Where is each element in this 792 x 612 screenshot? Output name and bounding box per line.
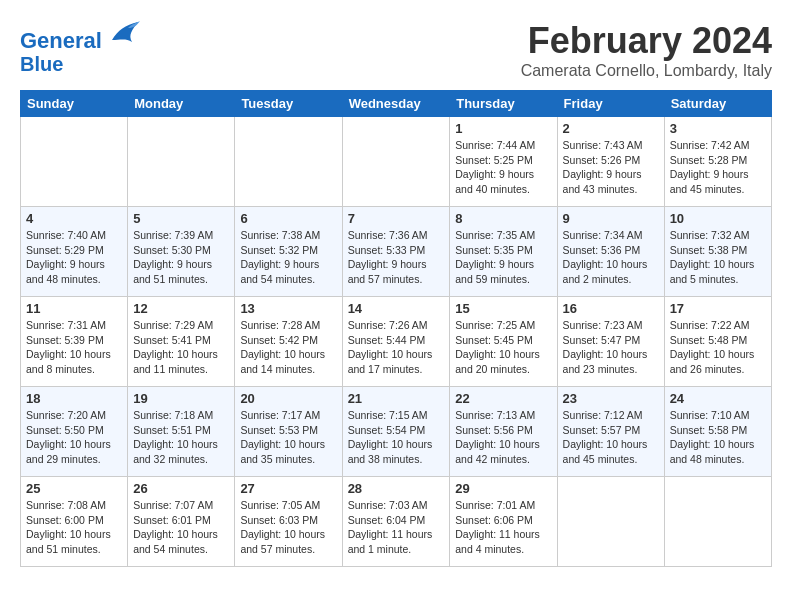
calendar-cell: 8Sunrise: 7:35 AM Sunset: 5:35 PM Daylig…: [450, 207, 557, 297]
day-number: 21: [348, 391, 445, 406]
calendar-cell: 26Sunrise: 7:07 AM Sunset: 6:01 PM Dayli…: [128, 477, 235, 567]
day-info: Sunrise: 7:23 AM Sunset: 5:47 PM Dayligh…: [563, 318, 659, 377]
month-title: February 2024: [521, 20, 772, 62]
day-number: 28: [348, 481, 445, 496]
calendar-cell: 21Sunrise: 7:15 AM Sunset: 5:54 PM Dayli…: [342, 387, 450, 477]
logo-text2: Blue: [20, 53, 140, 75]
calendar-table: SundayMondayTuesdayWednesdayThursdayFrid…: [20, 90, 772, 567]
calendar-cell: 5Sunrise: 7:39 AM Sunset: 5:30 PM Daylig…: [128, 207, 235, 297]
calendar-cell: 28Sunrise: 7:03 AM Sunset: 6:04 PM Dayli…: [342, 477, 450, 567]
day-number: 23: [563, 391, 659, 406]
calendar-cell: 19Sunrise: 7:18 AM Sunset: 5:51 PM Dayli…: [128, 387, 235, 477]
calendar-cell: [664, 477, 771, 567]
day-info: Sunrise: 7:03 AM Sunset: 6:04 PM Dayligh…: [348, 498, 445, 557]
day-info: Sunrise: 7:01 AM Sunset: 6:06 PM Dayligh…: [455, 498, 551, 557]
weekday-header-tuesday: Tuesday: [235, 91, 342, 117]
week-row-1: 1Sunrise: 7:44 AM Sunset: 5:25 PM Daylig…: [21, 117, 772, 207]
calendar-cell: 15Sunrise: 7:25 AM Sunset: 5:45 PM Dayli…: [450, 297, 557, 387]
day-number: 25: [26, 481, 122, 496]
day-info: Sunrise: 7:10 AM Sunset: 5:58 PM Dayligh…: [670, 408, 766, 467]
week-row-5: 25Sunrise: 7:08 AM Sunset: 6:00 PM Dayli…: [21, 477, 772, 567]
calendar-cell: 25Sunrise: 7:08 AM Sunset: 6:00 PM Dayli…: [21, 477, 128, 567]
calendar-cell: 4Sunrise: 7:40 AM Sunset: 5:29 PM Daylig…: [21, 207, 128, 297]
day-info: Sunrise: 7:32 AM Sunset: 5:38 PM Dayligh…: [670, 228, 766, 287]
day-number: 1: [455, 121, 551, 136]
weekday-header-wednesday: Wednesday: [342, 91, 450, 117]
day-number: 4: [26, 211, 122, 226]
day-info: Sunrise: 7:34 AM Sunset: 5:36 PM Dayligh…: [563, 228, 659, 287]
day-info: Sunrise: 7:08 AM Sunset: 6:00 PM Dayligh…: [26, 498, 122, 557]
calendar-cell: 29Sunrise: 7:01 AM Sunset: 6:06 PM Dayli…: [450, 477, 557, 567]
day-number: 8: [455, 211, 551, 226]
day-number: 14: [348, 301, 445, 316]
calendar-cell: [557, 477, 664, 567]
day-number: 27: [240, 481, 336, 496]
calendar-cell: 22Sunrise: 7:13 AM Sunset: 5:56 PM Dayli…: [450, 387, 557, 477]
day-number: 2: [563, 121, 659, 136]
day-info: Sunrise: 7:13 AM Sunset: 5:56 PM Dayligh…: [455, 408, 551, 467]
calendar-cell: 10Sunrise: 7:32 AM Sunset: 5:38 PM Dayli…: [664, 207, 771, 297]
calendar-cell: 6Sunrise: 7:38 AM Sunset: 5:32 PM Daylig…: [235, 207, 342, 297]
day-number: 20: [240, 391, 336, 406]
calendar-cell: 1Sunrise: 7:44 AM Sunset: 5:25 PM Daylig…: [450, 117, 557, 207]
calendar-cell: 17Sunrise: 7:22 AM Sunset: 5:48 PM Dayli…: [664, 297, 771, 387]
calendar-cell: 13Sunrise: 7:28 AM Sunset: 5:42 PM Dayli…: [235, 297, 342, 387]
calendar-cell: [21, 117, 128, 207]
day-info: Sunrise: 7:12 AM Sunset: 5:57 PM Dayligh…: [563, 408, 659, 467]
day-info: Sunrise: 7:35 AM Sunset: 5:35 PM Dayligh…: [455, 228, 551, 287]
day-number: 13: [240, 301, 336, 316]
calendar-cell: 3Sunrise: 7:42 AM Sunset: 5:28 PM Daylig…: [664, 117, 771, 207]
weekday-header-thursday: Thursday: [450, 91, 557, 117]
weekday-header-sunday: Sunday: [21, 91, 128, 117]
day-info: Sunrise: 7:42 AM Sunset: 5:28 PM Dayligh…: [670, 138, 766, 197]
weekday-header-row: SundayMondayTuesdayWednesdayThursdayFrid…: [21, 91, 772, 117]
day-info: Sunrise: 7:22 AM Sunset: 5:48 PM Dayligh…: [670, 318, 766, 377]
day-info: Sunrise: 7:18 AM Sunset: 5:51 PM Dayligh…: [133, 408, 229, 467]
day-number: 6: [240, 211, 336, 226]
day-info: Sunrise: 7:17 AM Sunset: 5:53 PM Dayligh…: [240, 408, 336, 467]
week-row-4: 18Sunrise: 7:20 AM Sunset: 5:50 PM Dayli…: [21, 387, 772, 477]
calendar-cell: 18Sunrise: 7:20 AM Sunset: 5:50 PM Dayli…: [21, 387, 128, 477]
title-block: February 2024 Camerata Cornello, Lombard…: [521, 20, 772, 80]
day-info: Sunrise: 7:40 AM Sunset: 5:29 PM Dayligh…: [26, 228, 122, 287]
day-info: Sunrise: 7:05 AM Sunset: 6:03 PM Dayligh…: [240, 498, 336, 557]
day-info: Sunrise: 7:43 AM Sunset: 5:26 PM Dayligh…: [563, 138, 659, 197]
week-row-2: 4Sunrise: 7:40 AM Sunset: 5:29 PM Daylig…: [21, 207, 772, 297]
day-number: 5: [133, 211, 229, 226]
weekday-header-monday: Monday: [128, 91, 235, 117]
day-number: 16: [563, 301, 659, 316]
logo-text: General: [20, 20, 140, 53]
day-info: Sunrise: 7:20 AM Sunset: 5:50 PM Dayligh…: [26, 408, 122, 467]
week-row-3: 11Sunrise: 7:31 AM Sunset: 5:39 PM Dayli…: [21, 297, 772, 387]
calendar-cell: 16Sunrise: 7:23 AM Sunset: 5:47 PM Dayli…: [557, 297, 664, 387]
day-number: 9: [563, 211, 659, 226]
day-number: 10: [670, 211, 766, 226]
day-info: Sunrise: 7:15 AM Sunset: 5:54 PM Dayligh…: [348, 408, 445, 467]
logo: General Blue: [20, 20, 140, 75]
calendar-cell: [235, 117, 342, 207]
day-info: Sunrise: 7:26 AM Sunset: 5:44 PM Dayligh…: [348, 318, 445, 377]
weekday-header-saturday: Saturday: [664, 91, 771, 117]
day-number: 11: [26, 301, 122, 316]
calendar-cell: 23Sunrise: 7:12 AM Sunset: 5:57 PM Dayli…: [557, 387, 664, 477]
location-title: Camerata Cornello, Lombardy, Italy: [521, 62, 772, 80]
day-number: 18: [26, 391, 122, 406]
day-info: Sunrise: 7:39 AM Sunset: 5:30 PM Dayligh…: [133, 228, 229, 287]
day-info: Sunrise: 7:25 AM Sunset: 5:45 PM Dayligh…: [455, 318, 551, 377]
calendar-cell: 12Sunrise: 7:29 AM Sunset: 5:41 PM Dayli…: [128, 297, 235, 387]
calendar-cell: 2Sunrise: 7:43 AM Sunset: 5:26 PM Daylig…: [557, 117, 664, 207]
day-number: 24: [670, 391, 766, 406]
calendar-cell: 7Sunrise: 7:36 AM Sunset: 5:33 PM Daylig…: [342, 207, 450, 297]
day-number: 12: [133, 301, 229, 316]
calendar-cell: 20Sunrise: 7:17 AM Sunset: 5:53 PM Dayli…: [235, 387, 342, 477]
day-number: 22: [455, 391, 551, 406]
day-number: 19: [133, 391, 229, 406]
calendar-cell: 11Sunrise: 7:31 AM Sunset: 5:39 PM Dayli…: [21, 297, 128, 387]
calendar-cell: 27Sunrise: 7:05 AM Sunset: 6:03 PM Dayli…: [235, 477, 342, 567]
calendar-cell: [342, 117, 450, 207]
day-number: 26: [133, 481, 229, 496]
day-info: Sunrise: 7:38 AM Sunset: 5:32 PM Dayligh…: [240, 228, 336, 287]
page-header: General Blue February 2024 Camerata Corn…: [20, 20, 772, 80]
calendar-cell: 9Sunrise: 7:34 AM Sunset: 5:36 PM Daylig…: [557, 207, 664, 297]
logo-bird-icon: [110, 20, 140, 48]
